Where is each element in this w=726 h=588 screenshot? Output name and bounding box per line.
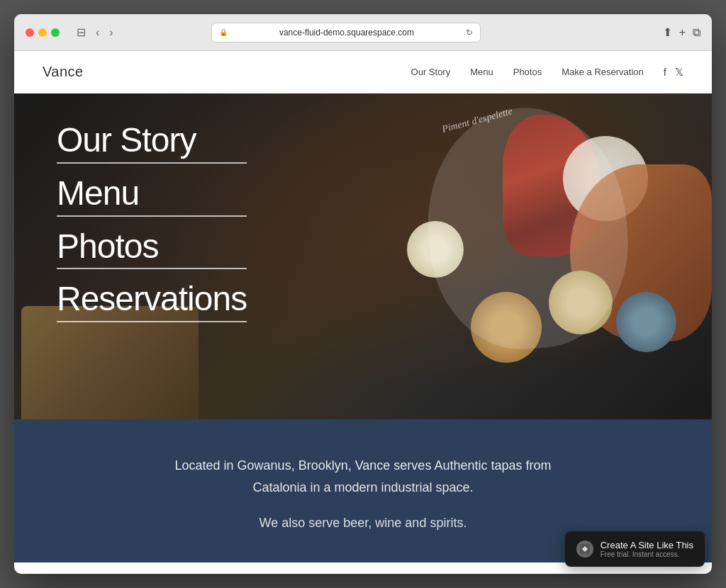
bowl-4-decoration — [616, 292, 676, 352]
nav-reservation[interactable]: Make a Reservation — [562, 67, 644, 77]
site-header: Vance Our Story Menu Photos Make a Reser… — [14, 51, 712, 94]
address-bar[interactable]: 🔒 vance-fluid-demo.squarespace.com ↻ — [211, 23, 481, 43]
hero-section: Piment d'espelette Our Story Menu Photos… — [14, 94, 712, 419]
hero-nav: Our Story Menu Photos Reservations — [57, 122, 247, 322]
back-button[interactable]: ‹ — [93, 25, 102, 40]
minimize-button[interactable] — [38, 28, 47, 37]
browser-chrome: ⊟ ‹ › 🔒 vance-fluid-demo.squarespace.com… — [14, 14, 712, 51]
badge-sub-text: Free trial. Instant access. — [601, 550, 693, 558]
traffic-lights — [26, 28, 60, 37]
hero-nav-photos[interactable]: Photos — [57, 228, 247, 270]
reload-icon[interactable]: ↻ — [466, 28, 473, 38]
close-button[interactable] — [26, 28, 34, 37]
description-line-1: Located in Gowanus, Brooklyn, Vance serv… — [143, 455, 583, 498]
main-nav: Our Story Menu Photos Make a Reservation… — [411, 66, 683, 79]
nav-menu[interactable]: Menu — [470, 67, 493, 77]
squarespace-logo — [576, 541, 593, 558]
badge-main-text: Create A Site Like This — [601, 540, 693, 550]
site-logo: Vance — [43, 64, 84, 80]
forward-button[interactable]: › — [106, 25, 116, 40]
browser-controls: ⊟ ‹ › — [74, 24, 116, 40]
description-line-2: We also serve beer, wine and spirits. — [186, 512, 540, 534]
social-icons: f 𝕏 — [664, 66, 683, 79]
url-text: vance-fluid-demo.squarespace.com — [232, 28, 462, 38]
badge-text: Create A Site Like This Free trial. Inst… — [601, 540, 693, 558]
nav-photos[interactable]: Photos — [513, 67, 542, 77]
nav-our-story[interactable]: Our Story — [411, 67, 451, 77]
cheese-decoration — [21, 306, 199, 419]
hero-nav-reservations[interactable]: Reservations — [57, 281, 247, 322]
facebook-icon[interactable]: f — [664, 66, 666, 78]
squarespace-badge[interactable]: Create A Site Like This Free trial. Inst… — [565, 531, 705, 567]
new-tab-button[interactable]: + — [679, 26, 686, 39]
hero-nav-our-story[interactable]: Our Story — [57, 122, 247, 164]
browser-window: ⊟ ‹ › 🔒 vance-fluid-demo.squarespace.com… — [14, 14, 712, 574]
share-button[interactable]: ⬆ — [663, 26, 672, 39]
maximize-button[interactable] — [51, 28, 60, 37]
tabs-button[interactable]: ⊟ — [74, 24, 89, 40]
lock-icon: 🔒 — [219, 28, 228, 36]
browser-actions: ⬆ + ⧉ — [663, 26, 700, 39]
hero-nav-menu[interactable]: Menu — [57, 175, 247, 217]
twitter-icon[interactable]: 𝕏 — [675, 66, 683, 79]
site-content: Vance Our Story Menu Photos Make a Reser… — [14, 51, 712, 574]
duplicate-button[interactable]: ⧉ — [693, 26, 700, 39]
